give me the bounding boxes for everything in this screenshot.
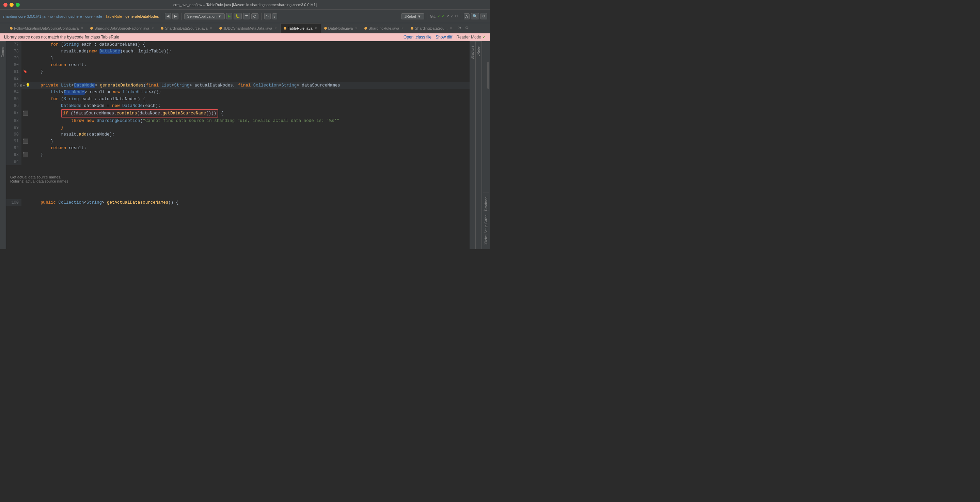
code-line-100: 100 public Collection<String> getActualD… [6, 199, 469, 206]
tab-close-button[interactable]: × [80, 26, 84, 30]
jrebel-selector[interactable]: JRebel ▼ [401, 13, 424, 19]
code-line-92: 92 return result; [6, 145, 469, 151]
tab-label: ShardingDataSource.java [165, 26, 207, 30]
toolbar-separator-5 [461, 13, 461, 20]
forward-button[interactable]: ▶ [172, 13, 178, 19]
breadcrumb-method[interactable]: generateDataNodes [125, 14, 159, 18]
coverage-button[interactable]: ☂ [243, 13, 250, 19]
git-check-1[interactable]: ✓ [437, 14, 440, 18]
run-config-selector[interactable]: ServerApplication ▼ [184, 13, 225, 19]
tab-close-button[interactable]: × [354, 26, 358, 30]
maximize-button[interactable] [16, 3, 20, 7]
code-line-94: 94 [6, 158, 469, 165]
git-check-2[interactable]: ✓ [442, 14, 445, 18]
step-into-button[interactable]: ↓ [272, 13, 277, 19]
back-button[interactable]: ◀ [165, 13, 171, 19]
profile-button[interactable]: ⏱ [251, 13, 258, 19]
tabs-overflow-button[interactable]: » [456, 23, 463, 33]
tab-dot [364, 27, 367, 30]
tab-sharding-rule[interactable]: ShardingRule.java × [361, 23, 407, 33]
tab-label: ShardingRule.java [368, 26, 399, 30]
tab-close-button[interactable]: × [449, 26, 453, 30]
git-label: Git: [430, 14, 436, 18]
breadcrumb-rule[interactable]: rule [96, 14, 102, 18]
scrollbar-thumb[interactable] [487, 62, 489, 89]
reader-mode-container: Reader Mode ✓ [456, 35, 486, 40]
code-line-88: 88 throw new ShardingException("Cannot f… [6, 118, 469, 124]
tab-data-node[interactable]: DataNode.java × [321, 23, 362, 33]
translate-button[interactable]: A [464, 13, 469, 19]
tab-close-button[interactable]: × [274, 26, 277, 30]
editor-layout: Commit 77 for (String each : dataSourceN… [0, 41, 490, 249]
tab-label: JDBCShardingMetaData.java [223, 26, 272, 30]
tabs-settings-button[interactable]: ⚙ [463, 23, 470, 33]
code-line-84: 84 List<DataNode> result = new LinkedLis… [6, 89, 469, 96]
tab-label: DataNode.java [328, 26, 353, 30]
commit-panel: Commit [0, 41, 6, 249]
doc-panel: Get actual data source names. Returns: a… [6, 172, 469, 199]
tab-dot [284, 27, 286, 30]
minimize-button[interactable] [10, 3, 14, 7]
breadcrumb-class[interactable]: TableRule [105, 14, 122, 18]
code-line-85: 85 for (String each : actualDataNodes) { [6, 96, 469, 102]
code-editor[interactable]: 77 for (String each : dataSourceNames) {… [6, 41, 469, 249]
title-bar: crm_svc_oppflow – TableRule.java [Maven:… [0, 0, 490, 10]
tab-follow-migration[interactable]: FollowMigrationDataSourceConfig.java × [7, 23, 87, 33]
tab-dot [410, 27, 414, 30]
structure-tab-label[interactable]: Structure [469, 41, 476, 64]
commit-tab-label[interactable]: Commit [0, 41, 6, 61]
jrebel-panel: JRebel [476, 41, 482, 249]
warning-message: Library source does not match the byteco… [4, 35, 119, 40]
code-line-93: 93 ⬛ } [6, 151, 469, 158]
code-line-87: 87 ⬛ if (!dataSourceNames.contains(dataN… [6, 109, 469, 118]
debug-button[interactable]: 🐛 [234, 13, 242, 19]
breadcrumb-core[interactable]: core [85, 14, 92, 18]
doc-line-1: Get actual data source names. [10, 175, 466, 179]
doc-line-2: Returns: actual data source names [10, 179, 466, 183]
code-line-81: 81 🔖 } [6, 69, 469, 75]
code-line-82: 82 [6, 75, 469, 82]
right-sidebar: Database JRebel Setup Guide [482, 41, 490, 249]
tab-dot [10, 27, 13, 30]
code-line-91: 91 ⬛ } [6, 138, 469, 145]
close-button[interactable] [3, 3, 8, 7]
tab-sharding-datasou[interactable]: ShardingDataSou... × [407, 23, 456, 33]
open-class-file-link[interactable]: Open .class file [404, 35, 431, 40]
git-arrow-1[interactable]: ↗ [446, 14, 449, 18]
breadcrumb-io[interactable]: io [50, 14, 53, 18]
window-title: crm_svc_oppflow – TableRule.java [Maven:… [173, 3, 317, 7]
jrebel-label: JRebel [404, 14, 416, 18]
tab-close-button[interactable]: × [151, 26, 154, 30]
breadcrumb-shardingsphere[interactable]: shardingsphere [56, 14, 82, 18]
tab-close-button[interactable]: × [314, 26, 318, 30]
traffic-lights [3, 3, 20, 7]
tab-sharding-factory[interactable]: ShardingDataSourceFactory.java × [87, 23, 158, 33]
tab-sharding-datasource[interactable]: ShardingDataSource.java × [158, 23, 216, 33]
tab-close-button[interactable]: × [209, 26, 213, 30]
toolbar-separator-1 [162, 13, 162, 20]
tab-close-button[interactable]: × [401, 26, 404, 30]
tab-label: TableRule.java [288, 26, 312, 30]
step-over-button[interactable]: ↷ [264, 13, 271, 19]
git-arrow-2[interactable]: ↙ [450, 14, 453, 18]
jrebel-tab-label[interactable]: JRebel [476, 41, 482, 60]
run-button[interactable]: ▶ [226, 13, 232, 19]
code-line-86: 86 DataNode dataNode = new DataNode(each… [6, 102, 469, 109]
show-diff-link[interactable]: Show diff [436, 35, 452, 40]
code-line-89: 89 } [6, 124, 469, 131]
reader-mode-check-icon[interactable]: ✓ [482, 35, 486, 40]
settings-button[interactable]: ⚙ [480, 13, 487, 19]
run-config-label: ServerApplication [187, 14, 216, 18]
tab-table-rule[interactable]: TableRule.java × [281, 23, 321, 33]
tab-dot [324, 27, 327, 30]
tabs-bar: FollowMigrationDataSourceConfig.java × S… [0, 23, 490, 33]
run-config-dropdown-icon: ▼ [218, 14, 222, 18]
tab-jdbc-meta[interactable]: JDBCShardingMetaData.java × [216, 23, 281, 33]
code-line-77: 77 for (String each : dataSourceNames) { [6, 41, 469, 48]
jrebel-setup-tab-label[interactable]: JRebel Setup Guide [483, 210, 489, 249]
search-button[interactable]: 🔍 [471, 13, 479, 19]
toolbar-separator-2 [181, 13, 181, 20]
breadcrumb-jar[interactable]: sharding-core-3.0.0.M1.jar [3, 14, 47, 18]
tab-dot [219, 27, 222, 30]
git-arrow-3[interactable]: ↺ [455, 14, 458, 18]
